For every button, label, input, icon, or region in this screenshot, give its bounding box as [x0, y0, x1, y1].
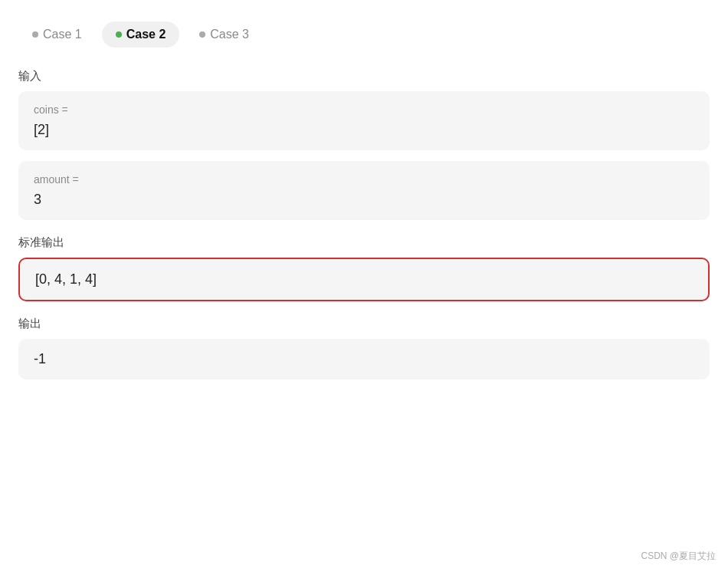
tab-case2-label: Case 2 [126, 28, 166, 41]
coins-var-value: [2] [34, 122, 694, 138]
input-section-label: 输入 [18, 69, 710, 84]
tab-case1[interactable]: Case 1 [18, 21, 96, 48]
coins-var-label: coins = [34, 104, 694, 116]
output-label: 输出 [18, 317, 710, 331]
tab-case1-label: Case 1 [43, 28, 82, 41]
amount-var-value: 3 [34, 192, 694, 208]
output-value: -1 [34, 351, 694, 367]
output-box: -1 [18, 339, 710, 380]
watermark: CSDN @夏目艾拉 [641, 550, 716, 563]
tab-case3-dot [199, 31, 205, 38]
tab-case2-dot [116, 31, 122, 38]
amount-var-label: amount = [34, 173, 694, 186]
standard-output-label: 标准输出 [18, 235, 710, 250]
tab-case1-dot [32, 31, 38, 38]
tabs-container: Case 1 Case 2 Case 3 [18, 15, 710, 48]
coins-input-box: coins = [2] [18, 91, 710, 150]
amount-input-box: amount = 3 [18, 161, 710, 220]
tab-case2[interactable]: Case 2 [102, 21, 180, 48]
tab-case3[interactable]: Case 3 [185, 21, 263, 48]
tab-case3-label: Case 3 [210, 28, 249, 41]
standard-output-box: [0, 4, 1, 4] [18, 258, 710, 301]
standard-output-section: 标准输出 [0, 4, 1, 4] [18, 235, 710, 301]
standard-output-value: [0, 4, 1, 4] [35, 271, 693, 288]
output-section: 输出 -1 [18, 317, 710, 380]
